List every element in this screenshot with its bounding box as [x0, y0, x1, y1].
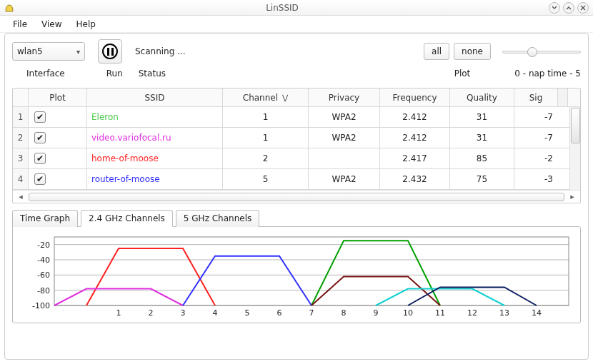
close-button[interactable]: [577, 2, 589, 14]
tab-5ghz[interactable]: 5 GHz Channels: [176, 210, 259, 227]
table-row: 1✔Eleron1WPA22.41231-7: [13, 107, 580, 128]
row-plot: ✔: [29, 128, 87, 148]
row-index: 1: [13, 107, 29, 127]
row-quality: 75: [450, 169, 514, 189]
row-quality: 85: [450, 148, 514, 168]
svg-text:11: 11: [435, 308, 445, 318]
menubar: File View Help: [0, 16, 593, 33]
tab-time-graph[interactable]: Time Graph: [12, 210, 78, 227]
table-row: 2✔video.variofocal.ru1WPA22.41231-7: [13, 128, 580, 148]
graph-tabs: Time Graph 2.4 GHz Channels 5 GHz Channe…: [12, 209, 581, 226]
menu-file[interactable]: File: [6, 17, 34, 31]
toolbar-labels: Interface Run Status Plot 0 - nap time -…: [12, 66, 581, 81]
row-privacy: WPA2: [309, 169, 380, 189]
svg-text:3: 3: [181, 308, 186, 318]
menu-help[interactable]: Help: [69, 17, 103, 31]
scroll-right-icon[interactable]: ▸: [567, 192, 577, 201]
plot-checkbox[interactable]: ✔: [34, 111, 46, 123]
horizontal-scrollbar[interactable]: ◂ ▸: [13, 190, 580, 203]
row-channel: 2: [223, 148, 309, 168]
menu-view[interactable]: View: [34, 17, 69, 31]
row-privacy: WPA2: [309, 107, 380, 127]
svg-text:5: 5: [245, 308, 250, 318]
th-plot[interactable]: Plot: [29, 89, 87, 106]
channel-chart: -20-40-60-80-1001234567891011121314: [19, 233, 576, 320]
pause-icon: [102, 44, 118, 59]
th-frequency[interactable]: Frequency: [380, 89, 450, 106]
svg-text:4: 4: [213, 308, 218, 318]
row-ssid: router-of-moose: [87, 169, 223, 189]
row-quality: 31: [450, 107, 514, 127]
row-signal: -2: [514, 148, 557, 168]
svg-text:-60: -60: [37, 271, 50, 280]
row-index: 2: [13, 128, 29, 148]
toolbar: wlan5 ▾ Scanning ... all none: [12, 39, 581, 64]
slider-thumb[interactable]: [527, 47, 537, 57]
naptime-slider[interactable]: [502, 46, 581, 57]
main-frame: wlan5 ▾ Scanning ... all none Interface …: [4, 33, 589, 360]
maximize-button[interactable]: [563, 2, 574, 14]
scroll-left-icon[interactable]: ◂: [16, 192, 26, 201]
app-title: LinSSID: [19, 3, 546, 13]
svg-text:14: 14: [532, 308, 542, 318]
chart-panel: -20-40-60-80-1001234567891011121314: [12, 226, 581, 323]
svg-text:2: 2: [149, 308, 154, 318]
svg-text:12: 12: [467, 308, 477, 318]
th-signal[interactable]: Sig: [514, 89, 557, 106]
th-channel[interactable]: Channel⋁: [223, 89, 309, 106]
plot-checkbox[interactable]: ✔: [34, 132, 46, 143]
row-plot: ✔: [29, 107, 87, 127]
row-channel: 1: [223, 128, 309, 148]
th-quality[interactable]: Quality: [450, 89, 514, 106]
plot-all-button[interactable]: all: [424, 43, 449, 60]
th-index[interactable]: [13, 89, 29, 106]
row-signal: -3: [514, 169, 557, 189]
label-interface: Interface: [26, 69, 65, 79]
svg-text:1: 1: [116, 308, 121, 318]
row-index: 4: [13, 169, 29, 189]
hscroll-track[interactable]: [29, 193, 564, 201]
row-frequency: 2.412: [380, 128, 450, 148]
table-header: Plot SSID Channel⋁ Privacy Frequency Qua…: [13, 89, 580, 107]
plot-checkbox[interactable]: ✔: [34, 153, 46, 164]
row-frequency: 2.412: [380, 107, 450, 127]
svg-text:13: 13: [499, 308, 509, 318]
plot-checkbox[interactable]: ✔: [34, 173, 46, 185]
row-quality: 31: [450, 128, 514, 148]
sort-indicator-icon: ⋁: [282, 93, 288, 101]
minimize-button[interactable]: [549, 2, 560, 14]
svg-text:10: 10: [403, 308, 413, 318]
table-row: 3✔home-of-moose22.41785-2: [13, 148, 580, 169]
svg-text:-20: -20: [37, 241, 50, 250]
svg-text:7: 7: [309, 308, 314, 318]
row-plot: ✔: [29, 169, 87, 189]
row-ssid: Eleron: [87, 107, 223, 127]
svg-text:-40: -40: [37, 256, 50, 265]
tab-24ghz[interactable]: 2.4 GHz Channels: [81, 210, 173, 227]
row-channel: 5: [223, 169, 309, 189]
row-ssid: home-of-moose: [87, 148, 223, 168]
row-plot: ✔: [29, 148, 87, 168]
svg-text:-80: -80: [37, 286, 50, 295]
th-privacy[interactable]: Privacy: [309, 89, 380, 106]
interface-value: wlan5: [17, 46, 76, 56]
row-signal: -7: [514, 128, 557, 148]
vertical-scrollbar[interactable]: [569, 107, 580, 190]
svg-rect-0: [54, 237, 569, 305]
row-privacy: [309, 148, 380, 168]
label-status: Status: [139, 69, 166, 79]
run-pause-button[interactable]: [98, 39, 122, 64]
table-row: 4✔router-of-moose5WPA22.43275-3: [13, 169, 580, 190]
label-naptime: 0 - nap time - 5: [514, 69, 581, 79]
svg-text:6: 6: [277, 308, 282, 318]
row-index: 3: [13, 148, 29, 168]
app-icon: [4, 3, 14, 13]
row-privacy: WPA2: [309, 128, 380, 148]
label-plot: Plot: [454, 69, 471, 79]
plot-none-button[interactable]: none: [454, 43, 491, 60]
interface-select[interactable]: wlan5 ▾: [12, 42, 85, 61]
th-ssid[interactable]: SSID: [87, 89, 223, 106]
vscroll-thumb[interactable]: [571, 108, 580, 143]
row-channel: 1: [223, 107, 309, 127]
svg-text:-100: -100: [32, 301, 50, 310]
